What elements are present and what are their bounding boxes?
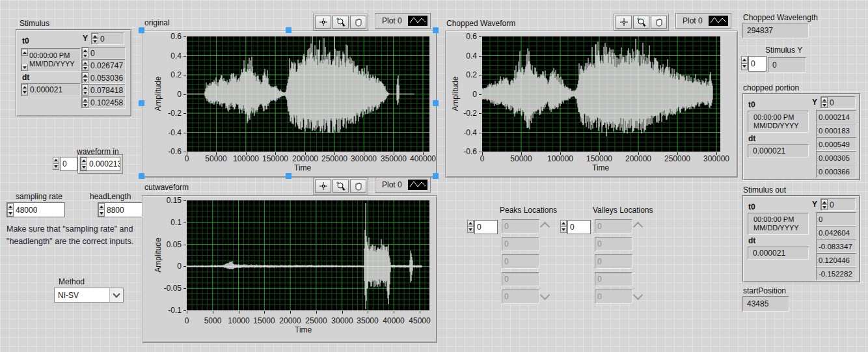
chevron-down-icon[interactable] [109, 288, 123, 302]
increment-decrement-buttons[interactable] [98, 203, 105, 217]
t0-control[interactable]: 00:00:00 PMMM/DD/YYYY [21, 48, 81, 72]
increment-decrement-buttons[interactable] [82, 97, 88, 108]
array-element[interactable]: 0.000305 [816, 151, 856, 165]
y-index-control[interactable]: 0 [91, 33, 124, 45]
array-element[interactable]: 0.053036 [81, 72, 126, 84]
t0-value[interactable]: 00:00:00 PMMM/DD/YYYY [28, 51, 75, 68]
increment-decrement-buttons[interactable] [821, 199, 828, 210]
selection-handle[interactable] [433, 27, 439, 33]
cursor-tool-button[interactable] [315, 180, 331, 193]
increment-icon[interactable] [83, 74, 87, 77]
array-element[interactable]: 0.000214 [816, 110, 856, 124]
array-element[interactable]: 0.000183 [816, 124, 856, 137]
increment-icon[interactable] [822, 99, 826, 102]
decrement-icon[interactable] [83, 55, 87, 57]
increment-decrement-buttons[interactable] [82, 85, 88, 96]
selection-handle[interactable] [286, 173, 292, 179]
cutwaveform-plot-legend[interactable]: Plot 0 [375, 177, 431, 193]
increment-icon[interactable] [8, 206, 12, 208]
increment-icon[interactable] [822, 201, 826, 204]
increment-decrement-buttons[interactable] [741, 56, 748, 70]
array-element[interactable]: 0.000366 [816, 165, 856, 178]
pan-tool-button[interactable] [350, 16, 366, 29]
y-index-control[interactable]: 0 [821, 96, 856, 109]
selection-handle[interactable] [433, 100, 439, 106]
array-element[interactable]: 0.102458 [81, 96, 126, 109]
dt-control[interactable]: 0.000021 [21, 83, 81, 96]
zoom-tool-button[interactable] [332, 180, 349, 193]
scroll-down-icon[interactable] [540, 290, 550, 301]
array-element[interactable]: 0 [816, 212, 856, 226]
decrement-icon[interactable] [82, 166, 86, 169]
chopped-plot-legend[interactable]: Plot 0 [675, 13, 731, 29]
increment-icon[interactable] [742, 59, 746, 61]
decrement-icon[interactable] [54, 165, 58, 168]
increment-decrement-buttons[interactable] [92, 33, 98, 44]
decrement-icon[interactable] [83, 67, 87, 70]
increment-icon[interactable] [83, 87, 87, 89]
increment-decrement-buttons[interactable] [82, 47, 88, 59]
decrement-icon[interactable] [8, 212, 12, 215]
valleys-index[interactable]: 0 [567, 220, 591, 234]
decrement-icon[interactable] [468, 228, 472, 231]
waveform-in-index-spinner[interactable] [53, 157, 59, 170]
increment-icon[interactable] [23, 86, 27, 88]
array-element[interactable]: 0.120446 [816, 253, 856, 267]
decrement-icon[interactable] [100, 212, 103, 215]
stimulus-y-index-spinner[interactable] [741, 56, 748, 70]
increment-icon[interactable] [468, 222, 472, 224]
decrement-icon[interactable] [83, 92, 87, 94]
increment-icon[interactable] [83, 99, 87, 102]
stimulus-y-index[interactable]: 0 [748, 56, 766, 72]
head-length-control[interactable]: 8800 [98, 202, 147, 217]
increment-decrement-buttons[interactable] [821, 97, 828, 108]
pan-tool-button[interactable] [651, 16, 667, 29]
increment-decrement-buttons[interactable] [81, 157, 87, 170]
scroll-up-icon[interactable] [633, 222, 644, 232]
increment-decrement-buttons[interactable] [82, 72, 88, 83]
increment-icon[interactable] [83, 49, 87, 52]
increment-decrement-buttons[interactable] [53, 157, 59, 170]
decrement-icon[interactable] [822, 206, 826, 209]
decrement-icon[interactable] [83, 104, 87, 107]
valleys-index-spinner[interactable] [560, 220, 567, 233]
increment-icon[interactable] [83, 62, 87, 64]
increment-decrement-buttons[interactable] [82, 60, 88, 71]
pan-tool-button[interactable] [350, 180, 366, 193]
array-element[interactable]: 0.000549 [816, 137, 856, 151]
sampling-rate-control[interactable]: 48000 [7, 202, 65, 217]
decrement-icon[interactable] [822, 104, 826, 107]
selection-handle[interactable] [139, 173, 144, 179]
scroll-up-icon[interactable] [540, 222, 550, 232]
zoom-tool-button[interactable] [332, 16, 349, 29]
decrement-icon[interactable] [83, 79, 87, 82]
increment-decrement-buttons[interactable] [7, 203, 14, 217]
array-element[interactable]: -0.083347 [816, 239, 856, 253]
zoom-tool-button[interactable] [633, 16, 649, 29]
waveform-in-index[interactable]: 0 [60, 157, 77, 171]
increment-icon[interactable] [82, 159, 86, 162]
scroll-down-icon[interactable] [633, 290, 644, 301]
decrement-icon[interactable] [93, 40, 97, 43]
array-element[interactable]: -0.152282 [816, 267, 856, 280]
decrement-icon[interactable] [23, 66, 27, 69]
increment-decrement-buttons[interactable] [21, 49, 28, 71]
increment-icon[interactable] [23, 51, 27, 54]
selection-handle[interactable] [139, 100, 144, 106]
array-element[interactable]: 0 [81, 47, 126, 59]
increment-icon[interactable] [100, 206, 103, 208]
peaks-index[interactable]: 0 [474, 220, 498, 234]
selection-handle[interactable] [139, 27, 144, 33]
increment-icon[interactable] [54, 159, 58, 161]
selection-handle[interactable] [433, 173, 439, 179]
array-element[interactable]: 0.078418 [81, 84, 126, 96]
selection-handle[interactable] [286, 27, 292, 33]
decrement-icon[interactable] [23, 91, 27, 94]
array-element[interactable]: 0.042604 [816, 226, 856, 239]
increment-decrement-buttons[interactable] [560, 220, 567, 233]
array-element[interactable]: 0.026747 [81, 59, 126, 72]
cursor-tool-button[interactable] [616, 16, 632, 29]
y-index-control[interactable]: 0 [821, 198, 856, 211]
increment-decrement-buttons[interactable] [21, 84, 28, 96]
increment-icon[interactable] [562, 222, 565, 224]
